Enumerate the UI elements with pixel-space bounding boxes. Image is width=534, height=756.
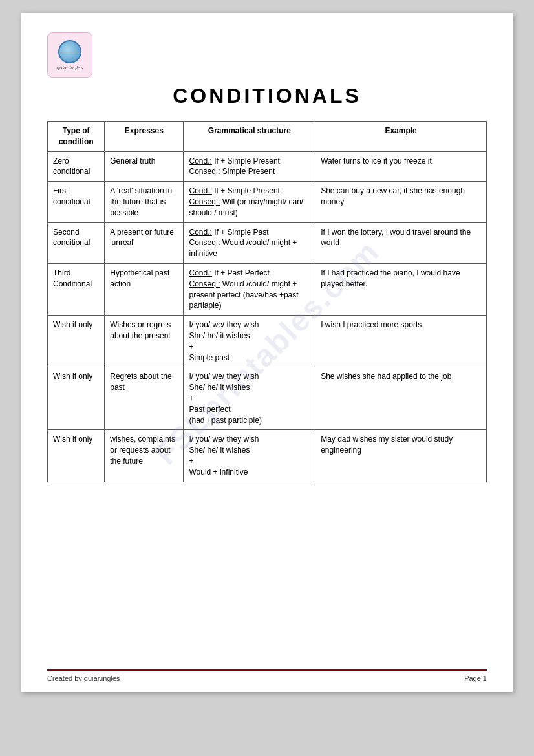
table-row: Wish if only Regrets about the past I/ y… xyxy=(48,367,487,430)
cell-grammar-1: Cond.: If + Simple Present Conseq.: Will… xyxy=(184,182,315,222)
table-row: Third Conditional Hypothetical past acti… xyxy=(48,263,487,315)
header-expresses: Expresses xyxy=(105,122,184,152)
logo-area: guiar ingles xyxy=(47,32,487,78)
footer-right: Page 1 xyxy=(464,675,487,682)
conditionals-table: Type of condition Expresses Grammatical … xyxy=(47,121,487,482)
footer-left: Created by guiar.ingles xyxy=(47,675,120,682)
cell-example-4: I wish I practiced more sports xyxy=(315,316,487,367)
cell-example-6: May dad wishes my sister would study eng… xyxy=(315,430,487,482)
grammar-label2: Conseq.: xyxy=(189,279,220,288)
cell-expresses-6: wishes, complaints or requests about the… xyxy=(105,430,184,482)
table-row: Wish if only Wishes or regrets about the… xyxy=(48,316,487,367)
cell-example-5: She wishes she had applied to the job xyxy=(315,367,487,430)
cell-expresses-0: General truth xyxy=(105,151,184,182)
cell-grammar-5: I/ you/ we/ they wish She/ he/ it wishes… xyxy=(184,367,315,430)
grammar-label: Cond.: xyxy=(189,157,211,166)
grammar-label2: Conseq.: xyxy=(189,167,220,176)
table-row: Wish if only wishes, complaints or reque… xyxy=(48,430,487,482)
grammar-label2: Conseq.: xyxy=(189,238,220,247)
header-grammar: Grammatical structure xyxy=(184,122,315,152)
grammar-text: If + Simple Present xyxy=(212,186,280,195)
table-row: First conditional A 'real' situation in … xyxy=(48,182,487,222)
cell-grammar-2: Cond.: If + Simple Past Conseq.: Would /… xyxy=(184,222,315,263)
cell-type-2: Second conditional xyxy=(48,222,105,263)
footer: Created by guiar.ingles Page 1 xyxy=(47,669,487,682)
logo-globe xyxy=(58,40,81,63)
table-row: Second conditional A present or future '… xyxy=(48,222,487,263)
cell-example-3: If I had practiced the piano, I would ha… xyxy=(315,263,487,315)
cell-type-5: Wish if only xyxy=(48,367,105,430)
grammar-label2: Conseq.: xyxy=(189,197,220,206)
table-row: Zero conditional General truth Cond.: If… xyxy=(48,151,487,182)
cell-type-6: Wish if only xyxy=(48,430,105,482)
grammar-text: If + Simple Past xyxy=(212,228,269,237)
cell-type-0: Zero conditional xyxy=(48,151,105,182)
cell-grammar-6: I/ you/ we/ they wish She/ he/ it wishes… xyxy=(184,430,315,482)
cell-example-2: If I won the lottery, I would travel aro… xyxy=(315,222,487,263)
cell-type-1: First conditional xyxy=(48,182,105,222)
cell-expresses-5: Regrets about the past xyxy=(105,367,184,430)
grammar-text2: Simple Present xyxy=(220,167,275,176)
cell-example-1: She can buy a new car, if she has enough… xyxy=(315,182,487,222)
cell-type-4: Wish if only xyxy=(48,316,105,367)
header-example: Example xyxy=(315,122,487,152)
logo-box: guiar ingles xyxy=(47,32,92,78)
cell-expresses-1: A 'real' situation in the future that is… xyxy=(105,182,184,222)
page-title: CONDITIONALS xyxy=(47,84,487,108)
cell-example-0: Water turns to ice if you freeze it. xyxy=(315,151,487,182)
page: FSLprintables.com guiar ingles CONDITION… xyxy=(21,13,513,692)
cell-expresses-4: Wishes or regrets about the present xyxy=(105,316,184,367)
cell-expresses-2: A present or future 'unreal' xyxy=(105,222,184,263)
cell-grammar-3: Cond.: If + Past Perfect Conseq.: Would … xyxy=(184,263,315,315)
cell-grammar-0: Cond.: If + Simple Present Conseq.: Simp… xyxy=(184,151,315,182)
grammar-text: If + Past Perfect xyxy=(212,268,270,277)
grammar-text: If + Simple Present xyxy=(212,157,280,166)
cell-expresses-3: Hypothetical past action xyxy=(105,263,184,315)
grammar-label: Cond.: xyxy=(189,186,211,195)
grammar-label: Cond.: xyxy=(189,268,211,277)
header-type: Type of condition xyxy=(48,122,105,152)
cell-grammar-4: I/ you/ we/ they wish She/ he/ it wishes… xyxy=(184,316,315,367)
cell-type-3: Third Conditional xyxy=(48,263,105,315)
logo-text: guiar ingles xyxy=(57,65,83,70)
grammar-label: Cond.: xyxy=(189,228,211,237)
